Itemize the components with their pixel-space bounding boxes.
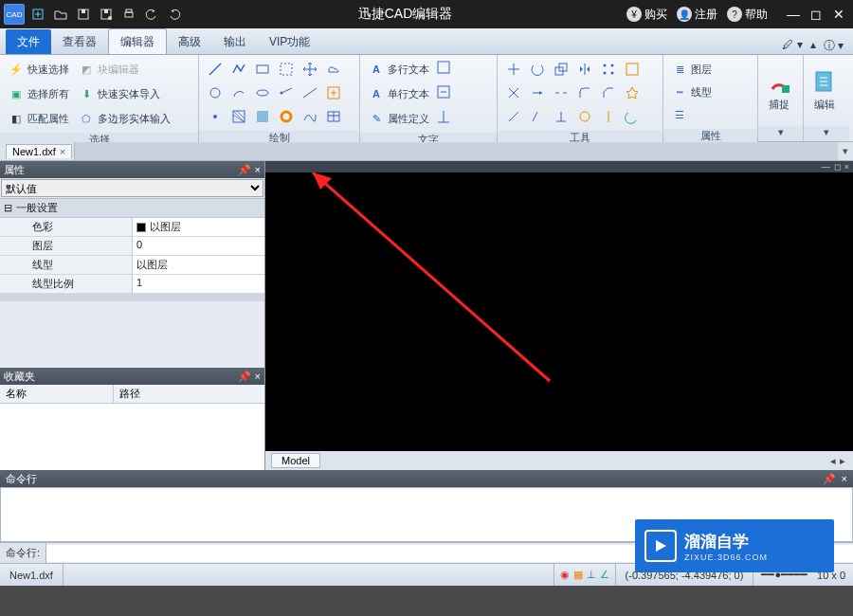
- scroll-left-icon[interactable]: ◂: [830, 455, 836, 467]
- ortho-toggle-icon[interactable]: ⊥: [587, 569, 596, 581]
- tool-dim1-icon[interactable]: [503, 106, 524, 127]
- tool-offset-icon[interactable]: [622, 59, 643, 80]
- saveas-icon[interactable]: [97, 5, 116, 24]
- cmd-pin-icon[interactable]: 📌: [823, 473, 836, 485]
- text-tool2-icon[interactable]: [436, 84, 455, 103]
- tool-dim2-icon[interactable]: [527, 106, 548, 127]
- prop-row-ltype[interactable]: 线型以图层: [0, 256, 264, 275]
- new-icon[interactable]: [28, 5, 47, 24]
- prop-section-general[interactable]: ⊟一般设置: [0, 199, 264, 218]
- line-icon[interactable]: [205, 59, 226, 80]
- tool-break-icon[interactable]: [551, 82, 572, 103]
- fav-col-name[interactable]: 名称: [0, 385, 114, 403]
- save-icon[interactable]: [74, 5, 93, 24]
- style-dropdown-icon[interactable]: 🖊 ▾: [782, 38, 802, 54]
- point-icon[interactable]: [205, 106, 226, 127]
- redo-icon[interactable]: [165, 5, 184, 24]
- maximize-button[interactable]: ◻: [808, 6, 825, 23]
- fav-col-path[interactable]: 路径: [114, 385, 146, 403]
- fav-close-icon[interactable]: ×: [255, 371, 261, 383]
- canvas-min-icon[interactable]: ―: [822, 162, 830, 172]
- ray-icon[interactable]: [276, 82, 297, 103]
- gradient-icon[interactable]: [252, 106, 273, 127]
- scroll-right-icon[interactable]: ▸: [840, 455, 845, 467]
- polyline-icon[interactable]: [228, 59, 249, 80]
- snap-dropdown[interactable]: ▾: [758, 126, 803, 141]
- close-button[interactable]: ✕: [830, 6, 847, 23]
- canvas-max-icon[interactable]: ◻: [834, 162, 841, 172]
- block-editor-button[interactable]: ◩块编辑器: [76, 59, 173, 80]
- pin-icon[interactable]: 📌: [238, 164, 251, 176]
- tool-fillet-icon[interactable]: [574, 82, 595, 103]
- match-props-button[interactable]: ◧匹配属性: [6, 108, 72, 129]
- tool-move-icon[interactable]: [503, 59, 524, 80]
- tool-align-icon[interactable]: [598, 106, 619, 127]
- donut-icon[interactable]: [276, 106, 297, 127]
- tool-array-icon[interactable]: [598, 59, 619, 80]
- circle-icon[interactable]: [205, 82, 226, 103]
- linetype-button[interactable]: ┅线型: [669, 82, 715, 102]
- tool-rotate-icon[interactable]: [527, 59, 548, 80]
- polar-toggle-icon[interactable]: ∠: [600, 569, 609, 581]
- ribbon-help-icon[interactable]: ⓘ ▾: [824, 38, 844, 54]
- tab-vip[interactable]: VIP功能: [258, 29, 321, 54]
- entity-import-button[interactable]: ⬇快速实体导入: [76, 83, 173, 104]
- print-icon[interactable]: [119, 5, 138, 24]
- prop-row-layer[interactable]: 图层0: [0, 237, 264, 256]
- prop-row-lscale[interactable]: 线型比例1: [0, 275, 264, 294]
- doc-tab-active[interactable]: New1.dxf×: [6, 144, 72, 158]
- table-icon[interactable]: [323, 106, 344, 127]
- minimize-button[interactable]: ―: [785, 6, 802, 23]
- select-all-button[interactable]: ▣选择所有: [6, 83, 72, 104]
- drawing-canvas[interactable]: [265, 172, 853, 451]
- snap-toggle-icon[interactable]: ◉: [560, 569, 570, 581]
- tool-dim3-icon[interactable]: [551, 106, 572, 127]
- buy-button[interactable]: ¥购买: [626, 7, 667, 23]
- fav-pin-icon[interactable]: 📌: [238, 371, 251, 383]
- xline-icon[interactable]: [299, 82, 320, 103]
- text-tool1-icon[interactable]: [436, 60, 455, 79]
- open-icon[interactable]: [51, 5, 70, 24]
- ellipse-icon[interactable]: [252, 82, 273, 103]
- canvas-close-icon[interactable]: ×: [844, 162, 849, 172]
- insert-icon[interactable]: [323, 82, 344, 103]
- spline-icon[interactable]: [299, 106, 320, 127]
- text-tool3-icon[interactable]: [436, 109, 455, 128]
- hatch-icon[interactable]: [228, 106, 249, 127]
- undo-icon[interactable]: [142, 5, 161, 24]
- tool-refresh-icon[interactable]: [622, 106, 643, 127]
- cmd-close-icon[interactable]: ×: [842, 473, 847, 484]
- region-icon[interactable]: [276, 59, 297, 80]
- props-more-button[interactable]: ☰: [669, 104, 715, 125]
- arc-icon[interactable]: [228, 82, 249, 103]
- edit-dropdown[interactable]: ▾: [804, 126, 849, 141]
- tab-advanced[interactable]: 高级: [167, 29, 212, 54]
- move-icon[interactable]: [299, 59, 320, 80]
- tab-file[interactable]: 文件: [6, 29, 51, 54]
- rectangle-icon[interactable]: [252, 59, 273, 80]
- cloud-icon[interactable]: [323, 59, 344, 80]
- property-dropdown[interactable]: 默认值: [1, 179, 263, 197]
- snap-button[interactable]: 捕捉: [760, 57, 798, 124]
- polygon-input-button[interactable]: ⬠多边形实体输入: [76, 108, 173, 129]
- stext-button[interactable]: A单行文本: [366, 83, 432, 104]
- tab-viewer[interactable]: 查看器: [51, 29, 108, 54]
- tool-explode-icon[interactable]: [622, 82, 643, 103]
- panel-close-icon[interactable]: ×: [255, 164, 261, 176]
- tab-output[interactable]: 输出: [212, 29, 258, 54]
- help-button[interactable]: ?帮助: [727, 7, 768, 23]
- model-tab[interactable]: Model: [271, 453, 320, 468]
- register-button[interactable]: 👤注册: [677, 7, 717, 23]
- tool-trim-icon[interactable]: [503, 82, 524, 103]
- attrdef-button[interactable]: ✎属性定义: [366, 108, 432, 129]
- tool-mirror-icon[interactable]: [574, 59, 595, 80]
- doc-tab-dropdown-icon[interactable]: ▾: [838, 145, 853, 157]
- minimize-ribbon-icon[interactable]: ▴: [810, 38, 816, 54]
- tool-measure-icon[interactable]: [574, 106, 595, 127]
- tool-extend-icon[interactable]: [527, 82, 548, 103]
- tool-chamfer-icon[interactable]: [598, 82, 619, 103]
- tool-scale-icon[interactable]: [551, 59, 572, 80]
- quick-select-button[interactable]: ⚡快速选择: [6, 59, 72, 80]
- layer-button[interactable]: ≣图层: [669, 59, 715, 80]
- prop-scrollbar[interactable]: [0, 294, 264, 301]
